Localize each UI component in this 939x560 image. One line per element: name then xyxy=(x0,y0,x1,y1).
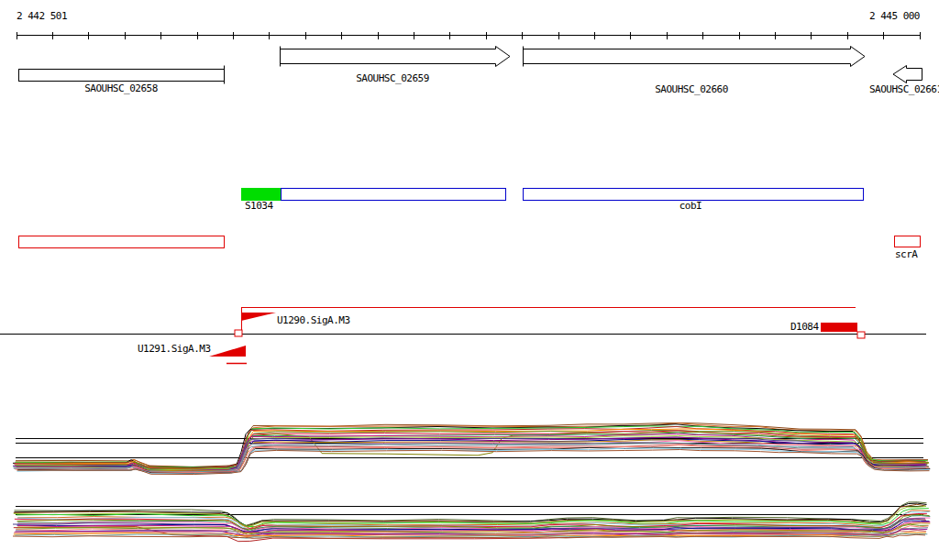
ruler-end-coordinate: 2 445 000 xyxy=(869,11,920,22)
gene-shape-SAOUHSC_02658[interactable] xyxy=(19,66,225,84)
expression-panel-lower xyxy=(13,502,930,542)
feature-box-transcript-box-blue[interactable] xyxy=(282,189,506,201)
tss-marker-U1291[interactable] xyxy=(209,346,247,364)
gene-shape-SAOUHSC_02661[interactable] xyxy=(893,66,922,83)
feature-box-scrA[interactable] xyxy=(895,236,921,247)
feature-box-operon-box-red-left[interactable] xyxy=(19,236,225,248)
tss-marker-U1290[interactable] xyxy=(235,308,276,336)
annotation-track xyxy=(19,189,921,248)
gene-shape-SAOUHSC_02659[interactable] xyxy=(281,47,511,67)
gene-arrow-track xyxy=(19,47,922,84)
ruler-start-coordinate: 2 442 501 xyxy=(17,11,67,22)
feature-label-cobi: cobI xyxy=(679,201,702,212)
tss-marker-D1084[interactable] xyxy=(821,323,865,338)
gene-label-saouhsc-02661: SAOUHSC_02661 xyxy=(869,84,939,95)
feature-box-S1034[interactable] xyxy=(241,189,281,201)
feature-label-s1034: S1034 xyxy=(245,201,273,212)
expression-panel-upper xyxy=(13,423,930,474)
feature-label-scra: scrA xyxy=(895,249,918,260)
genome-browser-view: 2 442 501 2 445 000 SAOUHSC_02658 SAOUHS… xyxy=(0,0,939,560)
gene-label-saouhsc-02660: SAOUHSC_02660 xyxy=(655,84,728,95)
expression-profiles xyxy=(13,423,930,541)
tss-label-u1290-siga-m3: U1290.SigA.M3 xyxy=(277,315,350,326)
tss-label-d1084: D1084 xyxy=(790,322,819,333)
gene-label-saouhsc-02658: SAOUHSC_02658 xyxy=(84,83,158,94)
feature-box-cobI[interactable] xyxy=(524,189,864,201)
gene-label-saouhsc-02659: SAOUHSC_02659 xyxy=(356,73,429,84)
tss-label-u1291-siga-m3: U1291.SigA.M3 xyxy=(138,344,211,355)
coordinate-ruler xyxy=(17,32,920,39)
gene-shape-SAOUHSC_02660[interactable] xyxy=(524,47,866,67)
tss-track xyxy=(0,308,926,364)
